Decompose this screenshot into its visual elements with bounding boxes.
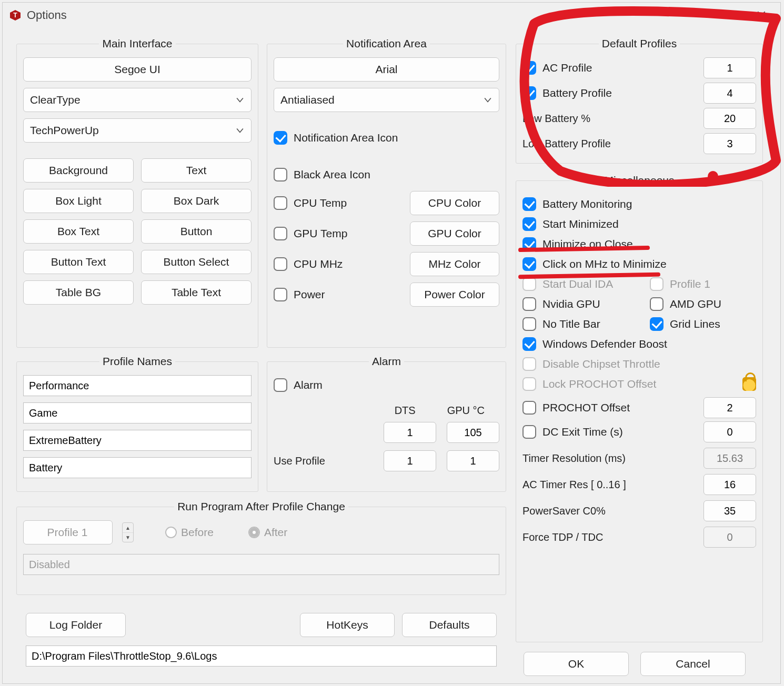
background-button[interactable]: Background bbox=[23, 158, 134, 183]
profile-names-legend: Profile Names bbox=[99, 355, 175, 368]
notification-area-legend: Notification Area bbox=[343, 37, 430, 50]
click-mhz-min-checkbox[interactable]: Click on MHz to Minimize bbox=[522, 254, 756, 274]
tdp-label: Force TDP / TDC bbox=[522, 531, 603, 543]
hotkeys-button[interactable]: HotKeys bbox=[300, 613, 395, 637]
power-checkbox[interactable]: Power bbox=[274, 285, 325, 305]
dts-value-input[interactable] bbox=[384, 422, 436, 443]
low-battery-profile-value[interactable] bbox=[703, 133, 756, 154]
defaults-button[interactable]: Defaults bbox=[402, 613, 497, 637]
chevron-down-icon bbox=[236, 96, 244, 104]
minimize-on-close-checkbox[interactable]: Minimize on Close bbox=[522, 234, 756, 254]
low-battery-pct-label: Low Battery % bbox=[522, 113, 590, 125]
notify-font-button[interactable]: Arial bbox=[274, 57, 499, 82]
log-path-input[interactable] bbox=[26, 645, 497, 667]
profile-2-input[interactable] bbox=[23, 402, 252, 423]
black-icon-checkbox[interactable]: Black Area Icon bbox=[274, 165, 499, 185]
grid-lines-checkbox[interactable]: Grid Lines bbox=[650, 314, 756, 334]
profile-4-input[interactable] bbox=[23, 457, 252, 478]
ok-button[interactable]: OK bbox=[524, 652, 629, 676]
wdb-checkbox[interactable]: Windows Defender Boost bbox=[522, 334, 756, 354]
ac-timer-value[interactable] bbox=[703, 474, 756, 495]
gpu-value-input[interactable] bbox=[447, 422, 499, 443]
ac-profile-value[interactable] bbox=[703, 57, 756, 78]
before-radio[interactable]: Before bbox=[165, 526, 214, 539]
aa-select[interactable]: Antialiased bbox=[274, 88, 499, 112]
dts-label: DTS bbox=[395, 405, 416, 417]
misc-legend: Miscellaneous bbox=[601, 174, 677, 187]
bottom-row: Log Folder HotKeys Defaults bbox=[26, 613, 497, 667]
box-text-button[interactable]: Box Text bbox=[23, 219, 134, 244]
gpu-temp-checkbox[interactable]: GPU Temp bbox=[274, 224, 347, 244]
battery-profile-value[interactable] bbox=[703, 83, 756, 104]
notification-area-group: Notification Area Arial Antialiased Noti… bbox=[267, 37, 506, 348]
alarm-legend: Alarm bbox=[369, 355, 404, 368]
button-select-button[interactable]: Button Select bbox=[141, 250, 252, 274]
nvidia-gpu-checkbox[interactable]: Nvidia GPU bbox=[522, 294, 629, 314]
gpu-color-button[interactable]: GPU Color bbox=[410, 221, 499, 246]
ac-profile-checkbox[interactable]: AC Profile bbox=[522, 58, 592, 78]
button-text-button[interactable]: Button Text bbox=[23, 250, 134, 274]
table-text-button[interactable]: Table Text bbox=[141, 280, 252, 305]
low-battery-profile-label: Low Battery Profile bbox=[522, 138, 611, 150]
run-profile-select[interactable]: Profile 1 bbox=[23, 520, 113, 544]
titlebar: T Options bbox=[3, 3, 780, 28]
chevron-down-icon bbox=[236, 127, 244, 134]
power-color-button[interactable]: Power Color bbox=[410, 283, 499, 307]
prochot-offset-value[interactable] bbox=[703, 397, 756, 418]
ac-timer-label: AC Timer Res [ 0..16 ] bbox=[522, 479, 626, 491]
profile-spinner[interactable]: ▲▼ bbox=[122, 522, 134, 542]
log-folder-button[interactable]: Log Folder bbox=[26, 613, 126, 637]
timer-res-value bbox=[703, 448, 756, 469]
battery-monitoring-checkbox[interactable]: Battery Monitoring bbox=[522, 194, 756, 214]
battery-profile-checkbox[interactable]: Battery Profile bbox=[522, 83, 612, 103]
lock-prochot-checkbox: Lock PROCHOT Offset bbox=[522, 374, 656, 394]
run-after-group: Run Program After Profile Change Profile… bbox=[16, 500, 506, 595]
theme-select[interactable]: TechPowerUp bbox=[23, 118, 252, 143]
cancel-button[interactable]: Cancel bbox=[640, 652, 746, 676]
disable-throttle-checkbox: Disable Chipset Throttle bbox=[522, 354, 756, 374]
cpu-color-button[interactable]: CPU Color bbox=[410, 191, 499, 215]
dc-exit-value[interactable] bbox=[703, 421, 756, 442]
cpu-mhz-checkbox[interactable]: CPU MHz bbox=[274, 254, 343, 274]
prochot-offset-checkbox[interactable]: PROCHOT Offset bbox=[522, 398, 630, 418]
profile-1-input[interactable] bbox=[23, 375, 252, 396]
theme-select-value: TechPowerUp bbox=[30, 124, 99, 137]
no-title-bar-checkbox[interactable]: No Title Bar bbox=[522, 314, 629, 334]
render-select-value: ClearType bbox=[30, 94, 81, 106]
profile-3-input[interactable] bbox=[23, 430, 252, 451]
box-dark-button[interactable]: Box Dark bbox=[141, 189, 252, 213]
render-select[interactable]: ClearType bbox=[23, 88, 252, 112]
footer-buttons: OK Cancel bbox=[524, 652, 746, 676]
text-button[interactable]: Text bbox=[141, 158, 252, 183]
notify-icon-checkbox[interactable]: Notification Area Icon bbox=[274, 128, 499, 148]
use-dts-input[interactable] bbox=[384, 450, 436, 471]
box-light-button[interactable]: Box Light bbox=[23, 189, 134, 213]
use-profile-label: Use Profile bbox=[274, 455, 325, 467]
start-dual-ida-checkbox: Start Dual IDA bbox=[522, 274, 629, 294]
mhz-color-button[interactable]: MHz Color bbox=[410, 252, 499, 276]
low-battery-pct-value[interactable] bbox=[703, 108, 756, 129]
run-after-legend: Run Program After Profile Change bbox=[174, 500, 348, 513]
c0-value[interactable] bbox=[703, 500, 756, 521]
start-minimized-checkbox[interactable]: Start Minimized bbox=[522, 214, 756, 234]
use-gpu-input[interactable] bbox=[447, 450, 499, 471]
table-bg-button[interactable]: Table BG bbox=[23, 280, 134, 305]
gpu-c-label: GPU °C bbox=[447, 405, 485, 417]
dc-exit-checkbox[interactable]: DC Exit Time (s) bbox=[522, 422, 623, 442]
amd-gpu-checkbox[interactable]: AMD GPU bbox=[650, 294, 756, 314]
after-radio[interactable]: After bbox=[248, 526, 287, 539]
default-profiles-legend: Default Profiles bbox=[599, 37, 680, 50]
cpu-temp-checkbox[interactable]: CPU Temp bbox=[274, 193, 347, 213]
main-interface-legend: Main Interface bbox=[99, 37, 175, 50]
run-path-input[interactable] bbox=[23, 554, 499, 575]
window-title: Options bbox=[27, 8, 67, 22]
options-window: T Options Main Interface Segoe UI ClearT… bbox=[2, 2, 781, 684]
chevron-down-icon bbox=[484, 96, 491, 104]
lock-icon bbox=[742, 377, 756, 391]
close-icon[interactable] bbox=[751, 7, 772, 24]
main-interface-group: Main Interface Segoe UI ClearType TechPo… bbox=[16, 37, 258, 348]
run-profile-select-value: Profile 1 bbox=[47, 526, 87, 539]
font-button[interactable]: Segoe UI bbox=[23, 57, 252, 82]
button-button[interactable]: Button bbox=[141, 219, 252, 244]
alarm-checkbox[interactable]: Alarm bbox=[274, 375, 499, 395]
